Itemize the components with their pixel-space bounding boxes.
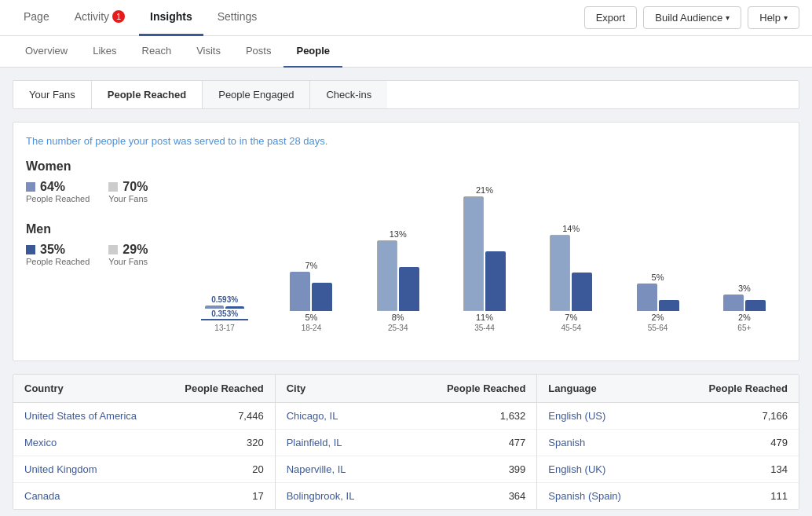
lang-row-4-value: 111: [770, 490, 788, 502]
bar-men-25-34: [399, 267, 419, 311]
women-fans-stat: 70% Your Fans: [108, 180, 148, 203]
subnav-overview[interactable]: Overview: [13, 36, 80, 68]
men-pct-25-34: 8%: [392, 313, 404, 322]
bar-men-45-54: [572, 273, 592, 311]
city-table-header: City People Reached: [276, 375, 537, 403]
women-reached-pct: 64%: [40, 180, 65, 194]
table-row: Spanish (Spain) 111: [537, 483, 799, 509]
help-button[interactable]: Help ▾: [748, 6, 799, 29]
bar-women-25-34: [377, 240, 397, 311]
city-row-2-value: 477: [509, 437, 526, 448]
country-col-label: Country: [24, 382, 64, 394]
table-row: United Kingdom 20: [13, 456, 275, 483]
city-col-label: City: [287, 382, 306, 394]
city-row-1-label: Chicago, IL: [287, 410, 338, 422]
tab-people-reached[interactable]: People Reached: [92, 81, 203, 108]
subnav-posts[interactable]: Posts: [233, 36, 284, 68]
table-row: Plainfield, IL 477: [276, 430, 537, 456]
lang-row-3-value: 134: [770, 463, 788, 475]
women-fans-label: Your Fans: [108, 194, 148, 203]
top-nav-right: Export Build Audience ▾ Help ▾: [584, 6, 799, 29]
women-fans-color-indicator: [108, 182, 118, 192]
bar-women-45-54: [550, 235, 570, 311]
table-row: English (UK) 134: [537, 456, 799, 483]
top-nav: Page Activity 1 Insights Settings Export…: [0, 0, 812, 36]
language-table: Language People Reached English (US) 7,1…: [537, 375, 799, 509]
country-row-2-value: 320: [247, 437, 264, 448]
age-label-18-24: 18-24: [302, 324, 322, 332]
men-title: Men: [26, 222, 183, 236]
men-stats: 35% People Reached 29% Your Fans: [26, 243, 183, 266]
men-fans-color-indicator: [108, 245, 118, 254]
bar-men-65plus: [745, 300, 766, 311]
nav-activity[interactable]: Activity 1: [64, 0, 136, 36]
reach-divider: [201, 319, 248, 320]
country-col-value: People Reached: [185, 382, 263, 394]
women-color-indicator: [26, 182, 35, 192]
men-fans-stat: 29% Your Fans: [108, 243, 148, 266]
city-col-value: People Reached: [447, 382, 525, 394]
women-pct-55-64: 5%: [652, 273, 664, 282]
age-group-25-34: 13% 8% 25-34: [357, 159, 440, 332]
nav-insights[interactable]: Insights: [139, 0, 203, 36]
men-fans-label: Your Fans: [108, 257, 148, 266]
table-row: Bolingbrook, IL 364: [276, 483, 537, 509]
subnav-reach[interactable]: Reach: [130, 36, 185, 68]
sub-nav: Overview Likes Reach Visits Posts People: [0, 36, 812, 68]
nav-settings[interactable]: Settings: [207, 0, 269, 36]
age-label-65plus: 65+: [737, 324, 751, 332]
language-table-header: Language People Reached: [537, 375, 799, 403]
lang-row-2-label: Spanish: [548, 437, 585, 448]
subnav-people[interactable]: People: [283, 36, 342, 68]
bar-women-55-64: [637, 284, 657, 311]
country-table-header: Country People Reached: [13, 375, 275, 403]
tab-your-fans[interactable]: Your Fans: [13, 81, 92, 108]
tab-check-ins[interactable]: Check-ins: [310, 81, 387, 108]
country-row-4-value: 17: [252, 490, 263, 502]
women-reached-label: People Reached: [26, 194, 90, 203]
city-row-4-label: Bolingbrook, IL: [287, 490, 355, 502]
age-label-55-64: 55-64: [648, 324, 668, 332]
table-row: Mexico 320: [13, 430, 275, 456]
men-pct-65plus: 2%: [738, 313, 751, 322]
subnav-likes[interactable]: Likes: [80, 36, 129, 68]
men-pct-45-54: 7%: [565, 313, 577, 322]
subnav-visits[interactable]: Visits: [184, 36, 233, 68]
table-row: United States of America 7,446: [13, 403, 275, 430]
lang-row-1-value: 7,166: [762, 410, 788, 422]
bar-women-65plus: [723, 295, 744, 311]
men-pct-18-24: 5%: [305, 313, 317, 322]
main-content: Your Fans People Reached People Engaged …: [0, 68, 812, 516]
country-table: Country People Reached United States of …: [13, 375, 276, 509]
city-table: City People Reached Chicago, IL 1,632 Pl…: [276, 375, 538, 509]
language-col-label: Language: [548, 382, 596, 394]
age-group-65plus: 3% 2% 65+: [703, 159, 786, 332]
city-row-1-value: 1,632: [500, 410, 526, 422]
country-row-1-value: 7,446: [238, 410, 264, 422]
age-bar-chart: 0.593% 0.353% 13-17 7%: [183, 159, 786, 348]
export-button[interactable]: Export: [584, 6, 638, 29]
men-fans-pct: 29%: [123, 243, 148, 257]
bar-men-18-24: [312, 283, 332, 311]
women-pct-65plus: 3%: [738, 284, 751, 293]
tab-people-engaged[interactable]: People Engaged: [203, 81, 310, 108]
nav-page[interactable]: Page: [13, 0, 60, 36]
country-row-3-value: 20: [252, 463, 263, 475]
men-reach-line-label: 0.353%: [211, 309, 238, 318]
help-chevron: ▾: [784, 13, 788, 22]
city-row-2-label: Plainfield, IL: [287, 437, 342, 448]
age-label-13-17: 13-17: [214, 324, 235, 332]
men-reached-label: People Reached: [26, 257, 90, 266]
city-row-3-value: 399: [509, 463, 526, 475]
age-group-13-17: 0.593% 0.353% 13-17: [183, 159, 266, 332]
age-group-45-54: 14% 7% 45-54: [529, 159, 613, 332]
gender-stats-panel: Women 64% People Reached: [26, 159, 183, 348]
men-color-indicator: [26, 245, 35, 254]
bar-women-18-24: [290, 272, 310, 311]
table-row: English (US) 7,166: [537, 403, 799, 430]
build-audience-button[interactable]: Build Audience ▾: [643, 6, 741, 29]
age-label-25-34: 25-34: [388, 324, 408, 332]
language-col-value: People Reached: [709, 382, 788, 394]
country-row-3-label: United Kingdom: [24, 463, 97, 475]
table-row: Canada 17: [13, 483, 275, 509]
